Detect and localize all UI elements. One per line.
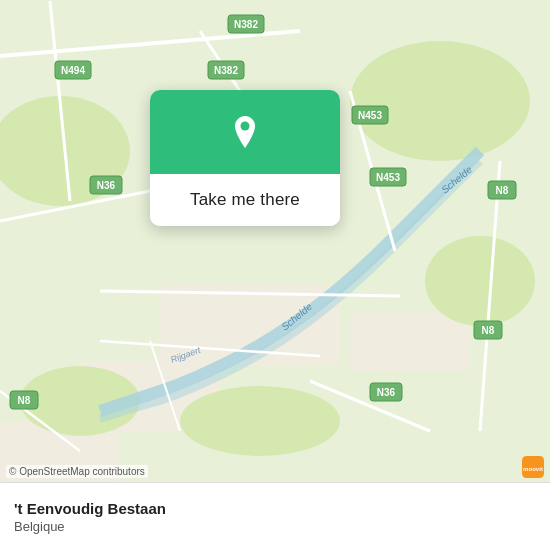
attribution-text: © OpenStreetMap contributors <box>9 466 145 477</box>
moovit-icon: moovit <box>522 456 544 478</box>
svg-text:N36: N36 <box>377 387 396 398</box>
map-background: N494 N382 N382 N36 N453 N453 N8 N8 <box>0 0 550 482</box>
svg-text:moovit: moovit <box>523 466 543 472</box>
svg-text:N8: N8 <box>18 395 31 406</box>
place-country: Belgique <box>14 519 536 534</box>
popup-card-header <box>150 90 340 174</box>
svg-text:N382: N382 <box>234 19 258 30</box>
svg-text:N453: N453 <box>358 110 382 121</box>
svg-point-7 <box>425 236 535 326</box>
svg-point-9 <box>180 386 340 456</box>
svg-text:N8: N8 <box>482 325 495 336</box>
main-container: N494 N382 N382 N36 N453 N453 N8 N8 <box>0 0 550 550</box>
bottom-bar: 't Eenvoudig Bestaan Belgique <box>0 482 550 550</box>
popup-card-footer[interactable]: Take me there <box>150 174 340 226</box>
svg-point-6 <box>350 41 530 161</box>
svg-text:N36: N36 <box>97 180 116 191</box>
svg-text:N453: N453 <box>376 172 400 183</box>
place-name: 't Eenvoudig Bestaan <box>14 500 536 517</box>
svg-point-44 <box>241 122 250 131</box>
map-attribution: © OpenStreetMap contributors <box>6 465 148 478</box>
svg-text:N382: N382 <box>214 65 238 76</box>
map-area: N494 N382 N382 N36 N453 N453 N8 N8 <box>0 0 550 482</box>
svg-text:N8: N8 <box>496 185 509 196</box>
moovit-logo: moovit <box>522 456 544 478</box>
take-me-there-button[interactable]: Take me there <box>182 188 308 212</box>
svg-rect-2 <box>350 311 470 371</box>
location-pin-icon <box>223 112 267 156</box>
svg-text:N494: N494 <box>61 65 85 76</box>
popup-card: Take me there <box>150 90 340 226</box>
